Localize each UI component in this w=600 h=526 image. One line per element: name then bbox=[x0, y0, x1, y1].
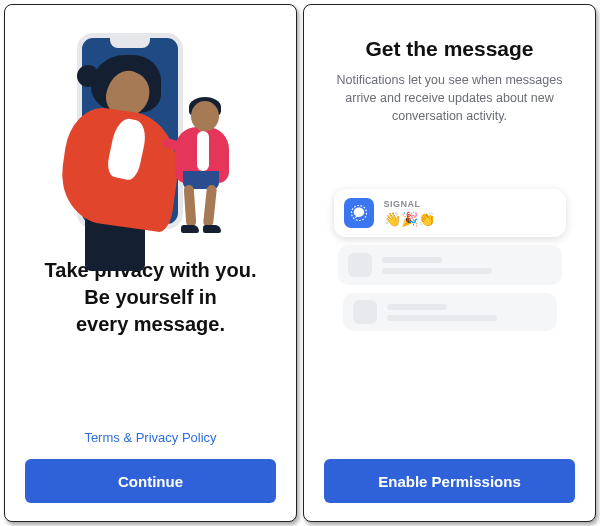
notifications-subtitle: Notifications let you see when messages … bbox=[324, 71, 575, 125]
onboarding-privacy-screen: Take privacy with you. Be yourself in ev… bbox=[4, 4, 297, 522]
privacy-illustration bbox=[51, 27, 251, 237]
adult-figure-icon bbox=[33, 61, 183, 241]
notifications-title: Get the message bbox=[365, 37, 533, 61]
child-figure-icon bbox=[181, 101, 261, 241]
enable-permissions-button[interactable]: Enable Permissions bbox=[324, 459, 575, 503]
privacy-headline: Take privacy with you. Be yourself in ev… bbox=[39, 257, 263, 338]
notification-app-name: SIGNAL bbox=[384, 199, 435, 209]
onboarding-notifications-screen: Get the message Notifications let you se… bbox=[303, 4, 596, 522]
notification-placeholder bbox=[338, 245, 562, 285]
signal-app-icon bbox=[344, 198, 374, 228]
notification-preview-stack: SIGNAL 👋🎉👏 bbox=[324, 189, 575, 331]
notification-placeholder bbox=[343, 293, 557, 331]
terms-privacy-link[interactable]: Terms & Privacy Policy bbox=[84, 430, 216, 445]
notification-body: 👋🎉👏 bbox=[384, 211, 435, 227]
continue-button[interactable]: Continue bbox=[25, 459, 276, 503]
notification-card: SIGNAL 👋🎉👏 bbox=[334, 189, 566, 237]
